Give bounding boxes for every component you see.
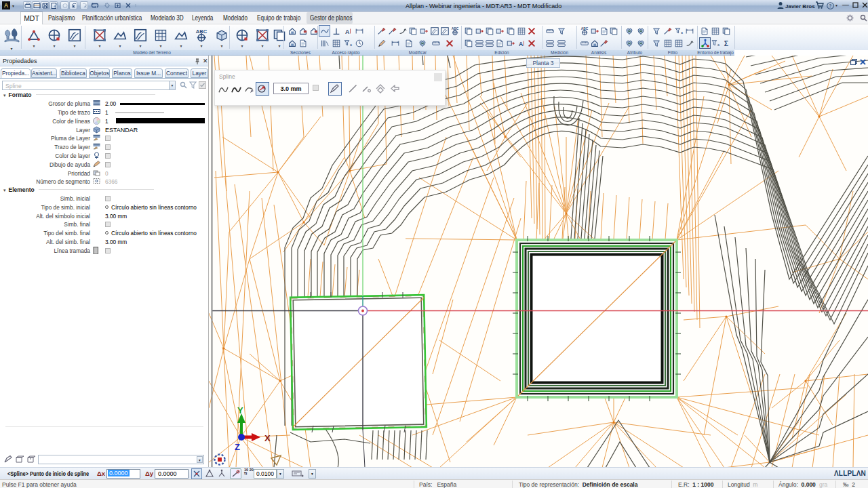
svg-text:a: a — [681, 30, 683, 35]
svg-text:A: A — [345, 28, 350, 35]
svg-text:X: X — [264, 433, 271, 443]
svg-text:Y: Y — [237, 405, 243, 415]
svg-text:A: A — [519, 41, 524, 47]
svg-text:Z: Z — [235, 442, 240, 452]
svg-text:a: a — [350, 43, 352, 47]
svg-text:a: a — [717, 43, 719, 47]
svg-text:Σ: Σ — [724, 39, 728, 47]
svg-text:?: ? — [829, 3, 831, 8]
